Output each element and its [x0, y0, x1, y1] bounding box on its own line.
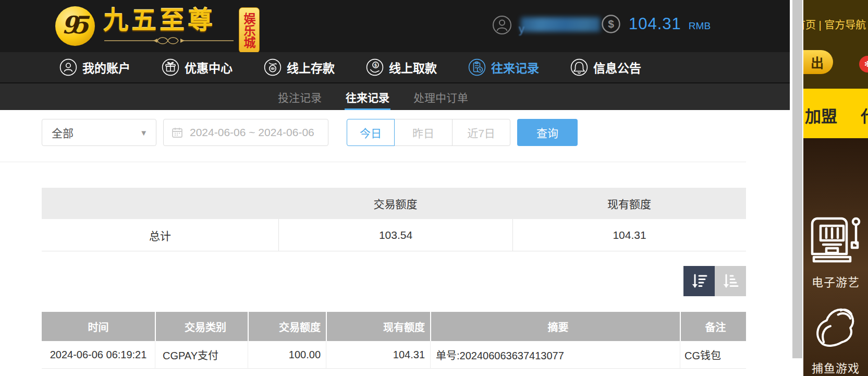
- nav-label: 信息公告: [593, 58, 641, 76]
- sort-controls: [683, 266, 746, 296]
- type-select-value: 全部: [52, 125, 74, 140]
- table-row: 2024-06-06 06:19:21 CGPAY支付 100.00 104.3…: [42, 341, 746, 369]
- menu-label: 捕鱼游戏: [803, 359, 868, 375]
- join-banner: 加盟 代: [803, 89, 868, 138]
- quick-range-group: 今日 昨日 近7日: [347, 119, 510, 146]
- menu-label: 电子游艺: [803, 273, 868, 289]
- logo-badge: 娱乐城: [239, 7, 260, 53]
- col-summary: 摘要: [430, 312, 680, 341]
- content-area: 全部 ▼ 2024-06-06 ~ 2024-06-06 今日 昨日 近7日 查…: [0, 110, 790, 376]
- nav-label: 往来记录: [491, 58, 539, 76]
- top-header: 95 九五至尊 娱乐城 y: [0, 0, 790, 52]
- col-current-amount: 现有额度: [326, 312, 430, 341]
- divider: [0, 162, 746, 162]
- type-select[interactable]: 全部 ▼: [42, 119, 156, 146]
- col-trade-type: 交易类别: [155, 312, 248, 341]
- quick-btn-last7days[interactable]: 近7日: [452, 119, 510, 146]
- balance-amount: 104.31: [629, 15, 681, 33]
- tab-bet-records[interactable]: 投注记录: [278, 83, 322, 110]
- join-link[interactable]: 加盟: [805, 103, 837, 127]
- bell-icon: [570, 58, 588, 76]
- games-menu: 电子游艺 捕鱼游戏: [803, 138, 868, 376]
- sort-descending-button[interactable]: [683, 266, 715, 296]
- menu-item-slots[interactable]: 电子游艺: [803, 211, 868, 289]
- svg-text:$: $: [374, 63, 377, 68]
- col-time: 时间: [42, 312, 155, 341]
- records-icon: [468, 58, 486, 76]
- nav-label: 线上存款: [287, 58, 335, 76]
- records-header-row: 时间 交易类别 交易额度 现有额度 摘要 备注: [42, 312, 746, 341]
- quick-btn-today[interactable]: 今日: [347, 119, 395, 146]
- summary-total-label: 总计: [42, 219, 278, 251]
- clipped-label: 代: [861, 103, 868, 127]
- side-panel: 首页 | 官方导航 出 ✻ 加盟 代: [803, 0, 868, 376]
- badge-flower-icon[interactable]: ✻: [859, 56, 868, 72]
- logo-number: 95: [62, 11, 89, 39]
- summary-col-empty: [42, 188, 278, 219]
- nav-item-transactions[interactable]: 往来记录: [468, 58, 539, 76]
- sort-ascending-button[interactable]: [715, 266, 746, 296]
- sub-tab-bar: 投注记录 往来记录 处理中订单: [0, 82, 790, 110]
- col-trade-amount: 交易额度: [248, 312, 326, 341]
- cell-time: 2024-06-06 06:19:21: [42, 341, 155, 368]
- cell-trade-amount: 100.00: [248, 341, 326, 368]
- cell-trade-type: CGPAY支付: [155, 341, 248, 368]
- nav-item-announcements[interactable]: 信息公告: [570, 58, 641, 76]
- nav-item-deposit[interactable]: 线上存款: [264, 58, 335, 76]
- calendar-icon: [171, 126, 184, 139]
- summary-col-trade-amount: 交易额度: [278, 188, 512, 219]
- summary-total-row: 总计 103.54 104.31: [42, 219, 746, 251]
- withdraw-icon: $: [366, 58, 384, 76]
- summary-trade-amount: 103.54: [278, 219, 512, 251]
- logout-button[interactable]: 出: [803, 50, 833, 74]
- header-balance: $ 104.31 RMB: [601, 14, 711, 34]
- dollar-circle-icon: $: [601, 14, 621, 34]
- svg-text:$: $: [608, 18, 614, 30]
- logo-name: 九五至尊: [103, 4, 235, 37]
- records-table: 时间 交易类别 交易额度 现有额度 摘要 备注 2024-06-06 06:19…: [42, 312, 746, 369]
- home-nav-links[interactable]: 首页 | 官方导航: [803, 17, 868, 32]
- summary-header-row: 交易额度 现有额度: [42, 188, 746, 219]
- col-remark: 备注: [680, 312, 746, 341]
- chevron-down-icon: ▼: [140, 128, 148, 137]
- search-button[interactable]: 查询: [517, 119, 578, 146]
- main-nav: 我的账户 优惠中心: [0, 52, 790, 82]
- cell-summary: 单号:202406063637413077: [430, 341, 680, 368]
- logo-flourish-icon: [103, 37, 235, 45]
- page: 95 九五至尊 娱乐城 y: [0, 0, 868, 376]
- sort-desc-icon: [690, 272, 708, 290]
- header-user[interactable]: y: [492, 15, 600, 35]
- tab-pending-orders[interactable]: 处理中订单: [413, 83, 468, 110]
- conch-shell-icon: [809, 301, 863, 354]
- date-range-picker[interactable]: 2024-06-06 ~ 2024-06-06: [163, 119, 328, 146]
- logo-95-icon: 95: [55, 6, 95, 46]
- site-logo[interactable]: 95 九五至尊 娱乐城: [55, 4, 260, 53]
- sort-asc-icon: [721, 272, 740, 290]
- cell-current-amount: 104.31: [326, 341, 430, 368]
- quick-btn-yesterday[interactable]: 昨日: [394, 119, 453, 146]
- side-panel-top: 首页 | 官方导航 出 ✻: [803, 0, 868, 89]
- date-range-value: 2024-06-06 ~ 2024-06-06: [190, 126, 314, 139]
- summary-col-current-amount: 现有额度: [512, 188, 746, 219]
- slot-machine-icon: [807, 211, 864, 268]
- summary-current-amount: 104.31: [512, 219, 746, 251]
- gift-icon: [162, 58, 179, 76]
- balance-currency: RMB: [689, 20, 711, 32]
- nav-item-my-account[interactable]: 我的账户: [59, 58, 130, 76]
- cell-remark: CG钱包: [680, 341, 746, 368]
- menu-item-fishing[interactable]: 捕鱼游戏: [803, 301, 868, 375]
- user-circle-icon: [59, 58, 77, 76]
- user-avatar-icon: [492, 15, 512, 35]
- nav-label: 优惠中心: [185, 58, 233, 76]
- nav-label: 我的账户: [82, 58, 130, 76]
- vertical-scrollbar: [792, 0, 802, 376]
- scrollbar-thumb[interactable]: [792, 0, 802, 358]
- deposit-icon: [264, 58, 282, 76]
- username-censored: y: [518, 16, 600, 34]
- nav-item-withdraw[interactable]: $ 线上取款: [366, 58, 437, 76]
- tab-transaction-records[interactable]: 往来记录: [346, 83, 389, 110]
- nav-label: 线上取款: [389, 58, 437, 76]
- summary-table: 交易额度 现有额度 总计 103.54 104.31: [42, 188, 746, 251]
- censor-blur: [521, 17, 600, 32]
- nav-item-promotions[interactable]: 优惠中心: [162, 58, 233, 76]
